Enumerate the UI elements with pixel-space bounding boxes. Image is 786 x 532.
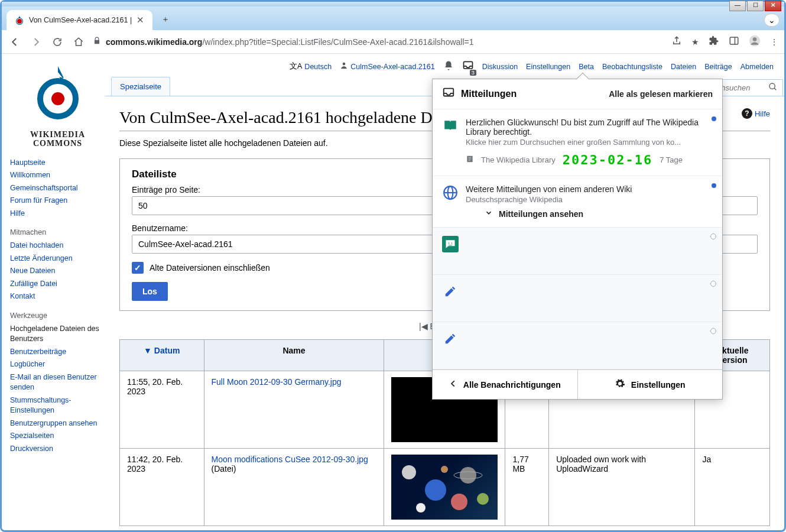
link-discussion[interactable]: Diskussion bbox=[482, 63, 518, 71]
notif-secondary: Deutschsprachige Wikipedia bbox=[466, 195, 713, 204]
edit-icon bbox=[442, 283, 459, 300]
svg-point-12 bbox=[402, 465, 416, 479]
logo[interactable]: WIKIMEDIACOMMONS bbox=[10, 60, 105, 157]
notification-item[interactable] bbox=[433, 275, 722, 322]
sidebar: WIKIMEDIACOMMONS Hauptseite Willkommen G… bbox=[2, 54, 105, 530]
all-notifications-button[interactable]: Alle Benachrichtigungen bbox=[433, 370, 578, 399]
thumbnail[interactable] bbox=[391, 455, 498, 520]
nav-contact[interactable]: Kontakt bbox=[10, 290, 105, 303]
tab-special[interactable]: Spezialseite bbox=[111, 77, 170, 96]
th-date[interactable]: ▼ Datum bbox=[120, 340, 204, 371]
personal-tools: 文A Deutsch CulmSee-Axel-acad.2161 3 Disk… bbox=[105, 54, 784, 77]
nav-random[interactable]: Zufällige Datei bbox=[10, 278, 105, 291]
svg-point-28 bbox=[449, 243, 450, 244]
win-minimize[interactable]: — bbox=[729, 1, 746, 11]
nav-logs[interactable]: Logbücher bbox=[10, 358, 105, 371]
win-maximize[interactable]: ☐ bbox=[747, 1, 764, 11]
popup-body[interactable]: Herzlichen Glückwunsch! Du bist zum Zugr… bbox=[433, 109, 722, 369]
chat-icon bbox=[442, 236, 459, 252]
url-text: commons.wikimedia.org/w/index.php?title=… bbox=[106, 37, 474, 47]
notif-age: 7 Tage bbox=[660, 155, 683, 164]
submit-button[interactable]: Los bbox=[132, 282, 168, 301]
read-circle[interactable] bbox=[710, 328, 716, 334]
back-button[interactable] bbox=[8, 35, 22, 49]
nav-changes[interactable]: Letzte Änderungen bbox=[10, 252, 105, 265]
mark-all-read[interactable]: Alle als gelesen markieren bbox=[609, 89, 713, 99]
nav-hauptseite[interactable]: Hauptseite bbox=[10, 157, 105, 170]
tab-overflow-button[interactable]: ⌄ bbox=[764, 14, 779, 27]
svg-point-13 bbox=[441, 466, 448, 473]
cell-date: 11:55, 20. Feb. 2023 bbox=[120, 371, 204, 449]
sidepanel-icon[interactable] bbox=[729, 35, 739, 48]
nav-forum[interactable]: Forum für Fragen bbox=[10, 194, 105, 207]
link-watchlist[interactable]: Beobachtungsliste bbox=[602, 63, 662, 71]
user-icon bbox=[340, 61, 348, 72]
nav-special[interactable]: Spezialseiten bbox=[10, 430, 105, 443]
file-link[interactable]: Full Moon 2012-09-30 Germany.jpg bbox=[212, 377, 342, 387]
home-button[interactable] bbox=[72, 35, 86, 49]
browser-tab[interactable]: Von CulmSee-Axel-acad.2161 | ✕ bbox=[7, 10, 152, 30]
new-tab-button[interactable]: ＋ bbox=[157, 11, 174, 28]
notification-item[interactable] bbox=[433, 228, 722, 275]
unread-dot bbox=[712, 116, 716, 121]
link-logout[interactable]: Abmelden bbox=[740, 63, 774, 71]
link-prefs[interactable]: Einstellungen bbox=[526, 63, 570, 71]
nav-portal[interactable]: Gemeinschaftsportal bbox=[10, 182, 105, 195]
nav-email[interactable]: E-Mail an diesen Benutzer senden bbox=[10, 371, 105, 394]
user-link[interactable]: CulmSee-Axel-acad.2161 bbox=[340, 61, 434, 72]
logo-text: WIKIMEDIACOMMONS bbox=[10, 130, 105, 148]
svg-line-11 bbox=[774, 88, 776, 90]
link-files[interactable]: Dateien bbox=[671, 63, 696, 71]
address-bar[interactable]: commons.wikimedia.org/w/index.php?title=… bbox=[93, 37, 664, 47]
nav-hilfe[interactable]: Hilfe bbox=[10, 207, 105, 220]
search-icon[interactable] bbox=[768, 82, 778, 93]
gear-icon bbox=[615, 378, 625, 391]
svg-point-29 bbox=[452, 243, 453, 244]
bookmark-icon[interactable]: ★ bbox=[691, 37, 699, 47]
forward-button[interactable] bbox=[29, 35, 43, 49]
file-link[interactable]: Moon modifications CuSee 2012-09-30.jpg bbox=[212, 455, 368, 464]
oldversions-checkbox[interactable]: ✓ bbox=[132, 262, 144, 274]
bell-icon[interactable] bbox=[443, 60, 454, 73]
notification-item[interactable] bbox=[433, 322, 722, 369]
help-link[interactable]: ? Hilfe bbox=[742, 108, 770, 119]
close-tab-icon[interactable]: ✕ bbox=[137, 15, 144, 25]
svg-point-17 bbox=[451, 494, 467, 510]
main: 文A Deutsch CulmSee-Axel-acad.2161 3 Disk… bbox=[105, 54, 784, 530]
menu-icon[interactable]: ⋮ bbox=[770, 37, 778, 47]
nav-print[interactable]: Druckversion bbox=[10, 443, 105, 456]
link-beta[interactable]: Beta bbox=[579, 63, 594, 71]
profile-icon[interactable] bbox=[749, 35, 761, 48]
tray-icon[interactable]: 3 bbox=[462, 60, 474, 73]
win-close[interactable]: ✕ bbox=[765, 1, 781, 11]
article-icon bbox=[466, 155, 474, 165]
nav-contribs[interactable]: Benutzerbeiträge bbox=[10, 346, 105, 359]
cell-date: 11:42, 20. Feb. 2023 bbox=[120, 449, 204, 526]
expand-button[interactable]: Mitteilungen ansehen bbox=[466, 204, 713, 219]
language-switch[interactable]: 文A Deutsch bbox=[290, 61, 332, 72]
favicon-icon bbox=[15, 15, 24, 25]
notification-item[interactable]: Herzlichen Glückwunsch! Du bist zum Zugr… bbox=[433, 109, 722, 176]
nav-upload[interactable]: Datei hochladen bbox=[10, 239, 105, 252]
svg-point-5 bbox=[753, 37, 757, 41]
svg-point-19 bbox=[416, 503, 426, 512]
extensions-icon[interactable] bbox=[709, 35, 719, 48]
read-circle[interactable] bbox=[710, 233, 716, 239]
reload-button[interactable] bbox=[50, 35, 64, 49]
nav-userfiles[interactable]: Hochgeladene Dateien des Benutzers bbox=[10, 323, 105, 346]
th-name[interactable]: Name bbox=[204, 340, 384, 371]
link-contribs[interactable]: Beiträge bbox=[704, 63, 732, 71]
table-row: 11:42, 20. Feb. 2023 Moon modifications … bbox=[120, 449, 770, 526]
lock-icon bbox=[93, 37, 101, 47]
nav-mute[interactable]: Stummschaltungs-Einstellungen bbox=[10, 394, 105, 417]
tab-title: Von CulmSee-Axel-acad.2161 | bbox=[29, 16, 132, 24]
notification-item[interactable]: Weitere Mitteilungen von einem anderen W… bbox=[433, 176, 722, 228]
nav-newfiles[interactable]: Neue Dateien bbox=[10, 265, 105, 278]
svg-point-14 bbox=[425, 479, 446, 501]
nav-willkommen[interactable]: Willkommen bbox=[10, 169, 105, 182]
svg-point-8 bbox=[343, 63, 346, 66]
read-circle[interactable] bbox=[710, 281, 716, 287]
settings-button[interactable]: Einstellungen bbox=[578, 370, 723, 399]
share-icon[interactable] bbox=[671, 35, 682, 48]
nav-groups[interactable]: Benutzergruppen ansehen bbox=[10, 417, 105, 430]
